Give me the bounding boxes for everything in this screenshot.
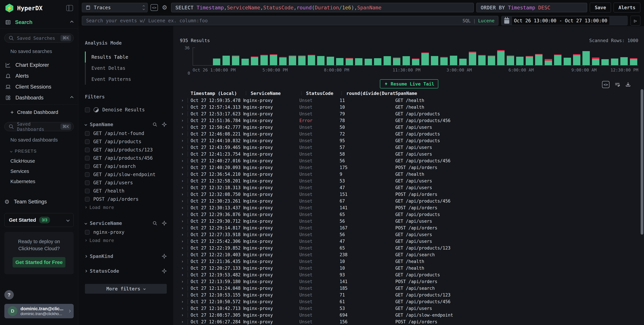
- table-row[interactable]: ›Oct 27 12:22:19.852 PMnginx-proxyUnset6…: [180, 245, 638, 251]
- column-header-servicename[interactable]: ⋮ServiceName: [244, 91, 299, 96]
- histogram-bar[interactable]: [524, 47, 534, 65]
- expand-row-icon[interactable]: ›: [180, 259, 188, 264]
- table-row[interactable]: ›Oct 27 12:08:57.305 PMnginx-proxyUnset6…: [180, 312, 638, 319]
- table-row[interactable]: ›Oct 27 12:30:23.261 PMnginx-proxyUnset6…: [180, 198, 638, 204]
- sidebar-item-dashboards[interactable]: Dashboards: [4, 92, 74, 103]
- histogram-bar[interactable]: [259, 47, 269, 65]
- table-row[interactable]: ›Oct 27 12:43:59.465 PMnginx-proxyUnset5…: [180, 144, 638, 151]
- histogram-bar[interactable]: [420, 47, 430, 65]
- histogram-bar[interactable]: [269, 47, 278, 65]
- expand-row-icon[interactable]: ›: [180, 158, 188, 163]
- expand-row-icon[interactable]: ›: [180, 199, 188, 203]
- checkbox[interactable]: [85, 156, 90, 160]
- expand-row-icon[interactable]: ›: [180, 226, 188, 230]
- expand-row-icon[interactable]: ›: [180, 212, 188, 217]
- checkbox[interactable]: [85, 131, 90, 136]
- histogram-bar[interactable]: [345, 47, 354, 65]
- table-row[interactable]: ›Oct 27 12:22:10.403 PMnginx-proxyUnset2…: [180, 251, 638, 258]
- pin-icon[interactable]: [162, 122, 167, 127]
- histogram-bar[interactable]: [544, 47, 553, 65]
- table-row[interactable]: ›Oct 27 12:10:50.572 PMnginx-proxyUnset6…: [180, 298, 638, 305]
- sql-mode-option[interactable]: SQL: [462, 18, 471, 23]
- filter-option[interactable]: nginx-proxy: [85, 228, 167, 236]
- pin-icon[interactable]: [162, 269, 167, 274]
- table-row[interactable]: ›Oct 27 12:29:14.817 PMnginx-proxyUnset1…: [180, 225, 638, 231]
- histogram-bar[interactable]: [496, 47, 506, 65]
- download-icon[interactable]: [625, 82, 631, 87]
- get-started-free-button[interactable]: Get Started for Free: [12, 257, 65, 268]
- column-header-spanname[interactable]: SpanName: [395, 91, 638, 96]
- pin-icon[interactable]: [162, 221, 167, 226]
- histogram-bar[interactable]: [562, 47, 572, 65]
- table-row[interactable]: ›Oct 27 12:44:10.832 PMnginx-proxyUnset9…: [180, 137, 638, 144]
- histogram-bar[interactable]: [468, 47, 477, 65]
- table-row[interactable]: ›Oct 27 12:41:23.754 PMnginx-proxyUnset5…: [180, 151, 638, 157]
- table-row[interactable]: ›Oct 27 12:46:08.221 PMnginx-proxyUnset7…: [180, 131, 638, 137]
- expand-row-icon[interactable]: ›: [180, 152, 188, 156]
- histogram-bar[interactable]: [515, 47, 524, 65]
- preset-services[interactable]: Services: [10, 169, 74, 174]
- checkbox[interactable]: [85, 139, 90, 144]
- histogram-bar[interactable]: [373, 47, 382, 65]
- expand-row-icon[interactable]: ›: [180, 145, 188, 150]
- table-row[interactable]: ›Oct 27 12:10:53.155 PMnginx-proxyUnset7…: [180, 292, 638, 298]
- histogram-bar[interactable]: [278, 47, 288, 65]
- expand-row-icon[interactable]: ›: [180, 246, 188, 250]
- sidebar-item-search[interactable]: Search: [0, 16, 78, 28]
- edit-sql-icon[interactable]: <>: [150, 4, 158, 11]
- expand-row-icon[interactable]: ›: [180, 286, 188, 291]
- expand-row-icon[interactable]: ›: [180, 125, 188, 130]
- table-row[interactable]: ›Oct 27 12:36:54.210 PMnginx-proxyUnset9…: [180, 171, 638, 178]
- histogram-bar[interactable]: [307, 47, 316, 65]
- histogram-bar[interactable]: [335, 47, 344, 65]
- histogram-bar[interactable]: [202, 47, 212, 65]
- expand-row-icon[interactable]: ›: [180, 98, 188, 103]
- drag-handle-icon[interactable]: ⋮: [244, 91, 248, 96]
- histogram-bar[interactable]: [449, 47, 458, 65]
- saved-dashboards-input[interactable]: Saved Dashboards ⌘K: [4, 122, 74, 131]
- table-row[interactable]: ›Oct 27 12:29:36.876 PMnginx-proxyUnset6…: [180, 211, 638, 218]
- expand-row-icon[interactable]: ›: [180, 306, 188, 311]
- query-settings-gear-icon[interactable]: ⚙: [161, 4, 168, 11]
- histogram-bar[interactable]: [240, 47, 250, 65]
- get-started-panel[interactable]: Get Started 3/3: [4, 213, 74, 227]
- pin-icon[interactable]: [162, 254, 167, 259]
- run-query-button[interactable]: ▷: [630, 16, 640, 25]
- table-row[interactable]: ›Oct 27 12:29:30.712 PMnginx-proxyUnset5…: [180, 218, 638, 225]
- view-source-icon[interactable]: <>: [602, 81, 610, 88]
- filter-option[interactable]: GET /health: [85, 187, 167, 195]
- filter-option[interactable]: GET /api/products: [85, 137, 167, 146]
- table-row[interactable]: ›Oct 27 12:50:42.777 PMnginx-proxyUnset5…: [180, 124, 638, 131]
- alerts-button[interactable]: Alerts: [614, 3, 640, 12]
- drag-handle-icon[interactable]: ⋮: [340, 91, 344, 96]
- expand-row-icon[interactable]: ›: [180, 252, 188, 257]
- expand-row-icon[interactable]: ›: [180, 105, 188, 109]
- resume-live-tail-button[interactable]: Resume Live Tail: [380, 79, 438, 88]
- expand-row-icon[interactable]: ›: [180, 138, 188, 143]
- date-range-picker[interactable]: Oct 26 13:00:00 - Oct 27 13:00:00: [501, 16, 628, 25]
- filter-group-servicename[interactable]: ServiceName: [85, 220, 167, 226]
- filter-option[interactable]: GET /api/search: [85, 162, 167, 170]
- histogram-bar[interactable]: [439, 47, 449, 65]
- filter-option[interactable]: GET /api/not-found: [85, 129, 167, 137]
- column-header-statuscode[interactable]: ⋮StatusCode: [299, 91, 340, 96]
- histogram-bar[interactable]: [430, 47, 439, 65]
- checkbox[interactable]: [85, 189, 90, 193]
- create-dashboard-button[interactable]: + Create Dashboard: [4, 107, 74, 117]
- analysis-mode-event-deltas[interactable]: Event Deltas: [85, 62, 167, 74]
- expand-row-icon[interactable]: ›: [180, 111, 188, 116]
- presets-toggle[interactable]: PRESETS: [10, 149, 74, 154]
- filter-group-statuscode[interactable]: StatusCode: [85, 268, 167, 274]
- query-language-toggle[interactable]: SQL | Lucene: [462, 16, 494, 25]
- filter-option[interactable]: GET /api/slow-endpoint: [85, 170, 167, 179]
- histogram-bar[interactable]: [610, 47, 619, 65]
- histogram-bar[interactable]: [382, 47, 392, 65]
- filter-group-spankind[interactable]: SpanKind: [85, 253, 167, 259]
- saved-searches-input[interactable]: Saved Searches ⌘K: [4, 33, 74, 43]
- histogram-bar[interactable]: [221, 47, 231, 65]
- table-row[interactable]: ›Oct 27 12:40:27.016 PMnginx-proxyUnset5…: [180, 157, 638, 164]
- expand-row-icon[interactable]: ›: [180, 185, 188, 190]
- histogram-bar[interactable]: [629, 47, 638, 65]
- drag-handle-icon[interactable]: ⋮: [299, 91, 303, 96]
- histogram-bar[interactable]: [401, 47, 411, 65]
